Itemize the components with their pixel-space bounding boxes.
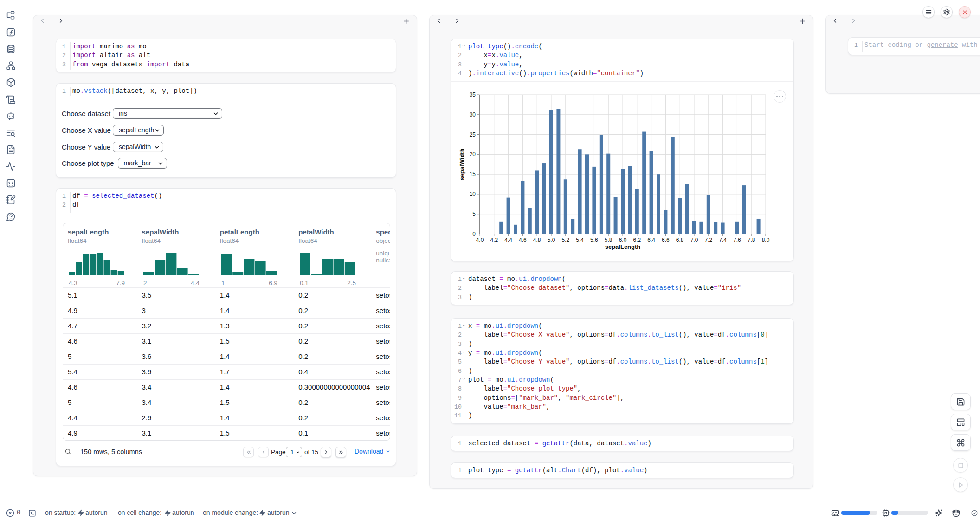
svg-text:10: 10	[470, 191, 476, 197]
svg-text:6.4: 6.4	[647, 237, 655, 243]
svg-text:5.4: 5.4	[576, 237, 584, 243]
svg-text:25: 25	[470, 131, 476, 138]
svg-text:6.0: 6.0	[619, 237, 627, 243]
svg-text:sepalWidth: sepalWidth	[458, 148, 465, 180]
svg-text:6.6: 6.6	[662, 237, 670, 243]
svg-text:6.2: 6.2	[633, 237, 641, 243]
svg-text:7.4: 7.4	[719, 237, 727, 243]
svg-text:7.8: 7.8	[748, 237, 755, 243]
svg-text:7.2: 7.2	[704, 237, 712, 243]
svg-text:5.2: 5.2	[561, 237, 569, 243]
svg-text:4.0: 4.0	[476, 237, 484, 243]
svg-text:30: 30	[470, 111, 476, 118]
svg-text:5.6: 5.6	[590, 237, 598, 243]
svg-text:20: 20	[470, 151, 476, 157]
svg-text:8.0: 8.0	[762, 237, 770, 243]
svg-text:7.6: 7.6	[733, 237, 741, 243]
svg-text:15: 15	[470, 171, 476, 177]
svg-text:4.4: 4.4	[504, 237, 512, 243]
svg-text:7.0: 7.0	[690, 237, 698, 243]
svg-text:35: 35	[470, 91, 476, 98]
svg-text:4.8: 4.8	[533, 237, 541, 243]
svg-text:0: 0	[472, 231, 476, 237]
svg-text:5.8: 5.8	[605, 237, 612, 243]
svg-text:sepalLength: sepalLength	[605, 243, 641, 250]
svg-text:5.0: 5.0	[548, 237, 555, 243]
svg-text:6.8: 6.8	[676, 237, 684, 243]
svg-text:5: 5	[472, 211, 476, 217]
svg-text:4.6: 4.6	[519, 237, 527, 243]
svg-text:4.2: 4.2	[490, 237, 498, 243]
